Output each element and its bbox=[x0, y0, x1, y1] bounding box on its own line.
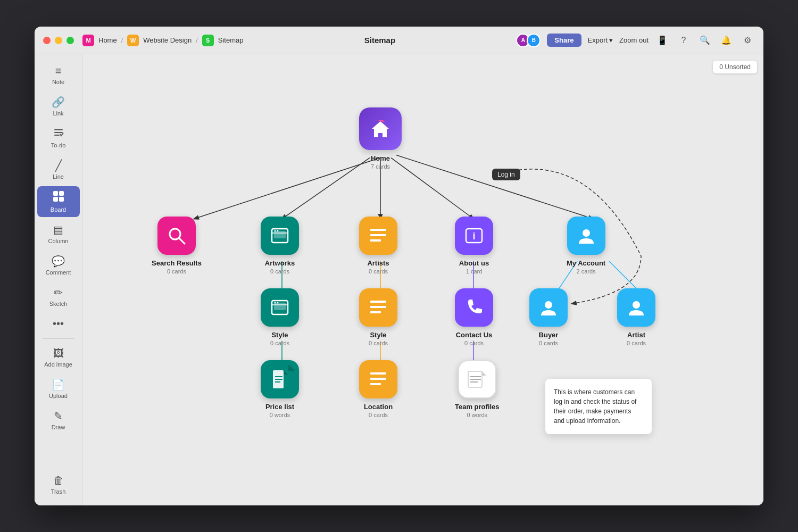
add-image-icon: 🖼 bbox=[53, 347, 64, 360]
todo-icon bbox=[53, 127, 64, 140]
question-icon[interactable]: ? bbox=[676, 33, 691, 48]
search-results-sub: 0 cards bbox=[167, 268, 186, 275]
node-style-orange[interactable]: Style 0 cards bbox=[359, 288, 397, 346]
sidebar-label-todo: To-do bbox=[51, 142, 66, 148]
sidebar-item-board[interactable]: Board bbox=[37, 186, 80, 217]
node-team-profiles[interactable]: Team profiles 0 words bbox=[455, 360, 500, 418]
sidebar-item-upload[interactable]: 📄 Upload bbox=[37, 374, 80, 403]
search-results-icon bbox=[157, 217, 196, 255]
sidebar-label-note: Note bbox=[52, 79, 64, 85]
style-orange-icon bbox=[359, 288, 397, 327]
svg-rect-29 bbox=[370, 229, 386, 231]
node-style-teal[interactable]: Style 0 cards bbox=[261, 288, 299, 346]
upload-icon: 📄 bbox=[52, 378, 65, 391]
board-icon bbox=[53, 190, 64, 205]
breadcrumb-website-design[interactable]: Website Design bbox=[143, 36, 192, 44]
sidebar-label-line: Line bbox=[53, 173, 64, 180]
svg-point-28 bbox=[277, 230, 279, 232]
svg-rect-50 bbox=[370, 372, 386, 375]
sidebar-item-more[interactable]: ••• bbox=[37, 313, 80, 334]
svg-line-10 bbox=[391, 158, 473, 219]
artists-icon bbox=[359, 217, 397, 255]
zoom-out-button[interactable]: Zoom out bbox=[619, 36, 649, 44]
maximize-button[interactable] bbox=[66, 37, 74, 44]
sidebar-item-add-image[interactable]: 🖼 Add image bbox=[37, 343, 80, 372]
node-artist[interactable]: Artist 0 cards bbox=[617, 288, 655, 346]
svg-marker-21 bbox=[378, 120, 385, 122]
svg-rect-42 bbox=[370, 311, 381, 313]
svg-point-38 bbox=[275, 302, 276, 304]
node-artists[interactable]: Artists 0 cards bbox=[359, 217, 397, 275]
settings-icon[interactable]: ⚙ bbox=[740, 33, 755, 48]
sidebar-item-note[interactable]: ≡ Note bbox=[37, 61, 80, 89]
contact-us-icon bbox=[455, 288, 493, 327]
node-contact-us[interactable]: Contact Us 0 cards bbox=[455, 288, 493, 346]
export-button[interactable]: Export ▾ bbox=[588, 36, 613, 44]
sidebar-item-comment[interactable]: 💬 Comment bbox=[37, 251, 80, 280]
artist-label: Artist bbox=[627, 331, 645, 339]
breadcrumb-sep2: / bbox=[196, 36, 198, 44]
svg-rect-40 bbox=[370, 301, 386, 303]
unsorted-badge: 0 Unsorted bbox=[713, 61, 757, 73]
node-about-us[interactable]: i About us 1 card bbox=[455, 217, 493, 275]
bell-icon[interactable]: 🔔 bbox=[719, 33, 734, 48]
titlebar-actions: A B Share Export ▾ Zoom out 📱 ? 🔍 🔔 ⚙ bbox=[516, 33, 755, 48]
sidebar-item-link[interactable]: 🔗 Link bbox=[37, 92, 80, 121]
buyer-label: Buyer bbox=[539, 331, 559, 339]
sitemap-breadcrumb-icon[interactable]: S bbox=[202, 35, 214, 46]
node-my-account[interactable]: My Account 2 cards bbox=[567, 217, 605, 275]
artworks-sub: 0 cards bbox=[270, 268, 289, 275]
device-icon[interactable]: 📱 bbox=[655, 33, 670, 48]
home-label: Home bbox=[371, 154, 390, 162]
price-list-icon bbox=[261, 360, 299, 398]
svg-line-8 bbox=[282, 158, 370, 219]
node-location[interactable]: Location 0 cards bbox=[359, 360, 397, 418]
location-sub: 0 cards bbox=[369, 412, 388, 418]
sidebar-item-sketch[interactable]: ✏ Sketch bbox=[37, 282, 80, 311]
my-account-icon bbox=[567, 217, 605, 255]
sidebar: ≡ Note 🔗 Link To-do ╱ Line Bo bbox=[35, 54, 82, 505]
buyer-sub: 0 cards bbox=[539, 340, 558, 346]
node-search-results[interactable]: Search Results 0 cards bbox=[152, 217, 202, 275]
line-icon: ╱ bbox=[55, 159, 62, 172]
sketch-icon: ✏ bbox=[54, 286, 63, 299]
node-buyer[interactable]: Buyer 0 cards bbox=[529, 288, 568, 346]
minimize-button[interactable] bbox=[55, 37, 62, 44]
sidebar-item-trash[interactable]: 🗑 Trash bbox=[37, 470, 80, 499]
tooltip-text: This is where customers can log in and c… bbox=[554, 388, 636, 425]
sidebar-item-column[interactable]: ▤ Column bbox=[37, 219, 80, 248]
svg-marker-54 bbox=[482, 371, 486, 376]
search-icon[interactable]: 🔍 bbox=[697, 33, 712, 48]
titlebar: M Home / W Website Design / S Sitemap Si… bbox=[35, 27, 763, 54]
note-icon: ≡ bbox=[55, 65, 62, 77]
style-orange-sub: 0 cards bbox=[369, 340, 388, 346]
about-us-label: About us bbox=[459, 259, 489, 267]
sidebar-item-draw[interactable]: ✎ Draw bbox=[37, 405, 80, 435]
sidebar-label-link: Link bbox=[53, 110, 63, 117]
home-breadcrumb-icon[interactable]: M bbox=[82, 35, 94, 46]
svg-line-7 bbox=[194, 158, 380, 219]
share-button[interactable]: Share bbox=[547, 34, 581, 47]
login-badge: Log in bbox=[492, 169, 520, 180]
svg-point-44 bbox=[633, 301, 640, 309]
breadcrumb-sitemap[interactable]: Sitemap bbox=[218, 36, 244, 44]
sidebar-label-upload: Upload bbox=[49, 393, 68, 399]
sidebar-item-todo[interactable]: To-do bbox=[37, 123, 80, 153]
home-sub: 7 cards bbox=[371, 163, 390, 170]
close-button[interactable] bbox=[43, 37, 51, 44]
breadcrumb-home[interactable]: Home bbox=[98, 36, 117, 44]
trash-icon: 🗑 bbox=[53, 475, 64, 487]
canvas[interactable]: 0 Unsorted bbox=[82, 54, 763, 505]
my-account-label: My Account bbox=[567, 259, 605, 267]
node-price-list[interactable]: Price list 0 words bbox=[261, 360, 299, 418]
sidebar-item-line[interactable]: ╱ Line bbox=[37, 155, 80, 184]
sidebar-label-add-image: Add image bbox=[44, 361, 72, 368]
sidebar-label-trash: Trash bbox=[51, 488, 66, 495]
website-design-breadcrumb-icon[interactable]: W bbox=[127, 35, 139, 46]
contact-us-sub: 0 cards bbox=[464, 340, 484, 346]
svg-rect-31 bbox=[370, 239, 381, 242]
connections-svg bbox=[82, 54, 763, 505]
node-artworks[interactable]: Artworks 0 cards bbox=[261, 217, 299, 275]
node-home[interactable]: Home 7 cards bbox=[359, 107, 402, 170]
svg-rect-51 bbox=[370, 378, 386, 380]
